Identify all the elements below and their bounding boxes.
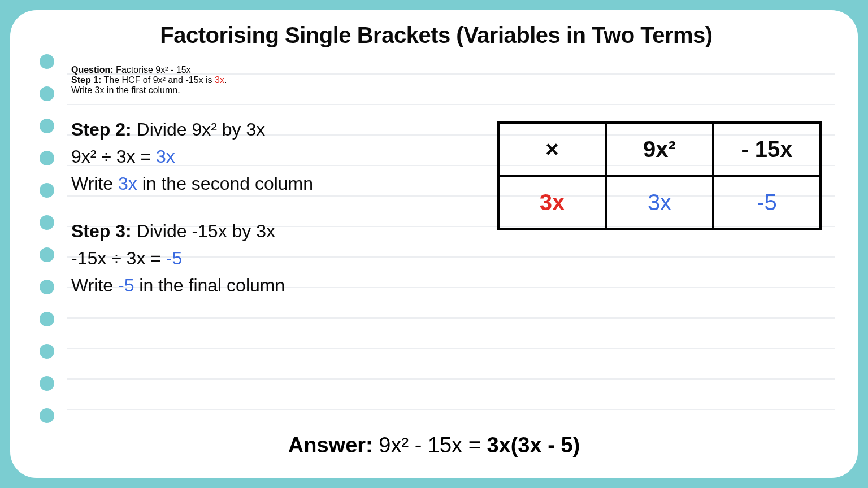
binder-holes: [40, 54, 54, 423]
step2-w-a: Write: [71, 173, 118, 194]
worksheet-card: Factorising Single Brackets (Variables i…: [10, 10, 858, 478]
table-header-term2: - 15x: [713, 123, 821, 176]
step3-w-a: Write: [71, 275, 118, 295]
step3-eq-b: -5: [166, 248, 182, 268]
content: Factorising Single Brackets (Variables i…: [71, 23, 835, 319]
answer-lhs: 9x² - 15x =: [373, 433, 487, 457]
answer-label: Answer:: [288, 433, 373, 457]
step1-label: Step 1:: [71, 75, 101, 85]
question-block: Question: Factorise 9x² - 15x Step 1: Th…: [71, 65, 835, 95]
factor-table: × 9x² - 15x 3x 3x -5: [497, 121, 822, 230]
text-column: Step 2: Divide 9x² by 3x 9x² ÷ 3x = 3x W…: [71, 116, 475, 319]
answer-rhs: 3x(3x - 5): [487, 433, 580, 457]
step3-text: Divide -15x by 3x: [132, 221, 275, 241]
step3-eq-a: -15x ÷ 3x =: [71, 248, 166, 268]
question-label: Question:: [71, 65, 114, 75]
question-text: Factorise 9x² - 15x: [114, 65, 191, 75]
step2-text: Divide 9x² by 3x: [132, 119, 266, 140]
step2-label: Step 2:: [71, 119, 132, 140]
table-header-term1: 9x²: [606, 123, 713, 176]
step1-hcf: 3x: [215, 75, 224, 85]
table-quotient2: -5: [713, 176, 821, 229]
step2-block: Step 2: Divide 9x² by 3x 9x² ÷ 3x = 3x W…: [71, 116, 475, 197]
page-title: Factorising Single Brackets (Variables i…: [37, 23, 835, 48]
step1-text-b: .: [224, 75, 227, 85]
step2-w-b: 3x: [118, 173, 137, 194]
step1-line2: Write 3x in the first column.: [71, 85, 835, 95]
step1-text-a: The HCF of 9x² and -15x is: [101, 75, 215, 85]
table-header-mult: ×: [498, 123, 606, 176]
answer-line: Answer: 9x² - 15x = 3x(3x - 5): [10, 433, 858, 457]
step3-block: Step 3: Divide -15x by 3x -15x ÷ 3x = -5…: [71, 217, 475, 299]
step2-eq-b: 3x: [156, 146, 175, 167]
step2-eq-a: 9x² ÷ 3x =: [71, 146, 156, 167]
step2-w-c: in the second column: [137, 173, 313, 194]
table-quotient1: 3x: [606, 176, 713, 229]
table-hcf: 3x: [498, 176, 606, 229]
middle-row: Step 2: Divide 9x² by 3x 9x² ÷ 3x = 3x W…: [71, 116, 835, 319]
step3-label: Step 3:: [71, 221, 132, 241]
table-column: × 9x² - 15x 3x 3x -5: [497, 116, 835, 230]
step3-w-b: -5: [118, 275, 134, 295]
step3-w-c: in the final column: [134, 275, 285, 295]
